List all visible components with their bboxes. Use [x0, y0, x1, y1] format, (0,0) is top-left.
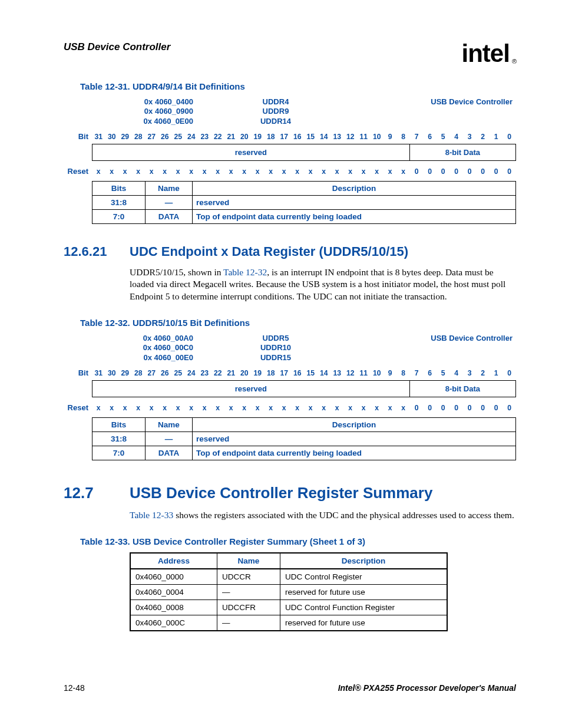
table-31-caption: Table 12-31. UDDR4/9/14 Bit Definitions — [80, 81, 516, 91]
bit-number: 21 — [224, 367, 238, 379]
bit-number: 31 — [92, 131, 105, 143]
reset-value: x — [384, 402, 397, 414]
bit-number: 11 — [357, 131, 371, 143]
bit-number: 2 — [477, 131, 490, 143]
bit-number: 0 — [503, 367, 517, 379]
bit-number: 5 — [437, 131, 450, 143]
reset-value: x — [198, 402, 211, 414]
bit-number: 19 — [251, 367, 265, 379]
bit-number: 18 — [265, 131, 278, 143]
reset-value: x — [304, 402, 318, 414]
reset-value: x — [318, 402, 331, 414]
bit-number: 8 — [397, 367, 411, 379]
bit-number: 3 — [463, 131, 477, 143]
bit-number: 14 — [318, 367, 331, 379]
bit-number: 6 — [424, 367, 437, 379]
reset-value: x — [224, 166, 238, 177]
reset-value: x — [211, 166, 225, 177]
reset-value: 0 — [437, 166, 450, 177]
reset-value: x — [92, 402, 105, 414]
bit-number: 13 — [330, 367, 344, 379]
reset-value: x — [265, 402, 278, 414]
bit-number: 22 — [211, 367, 225, 379]
reset-value: x — [132, 402, 146, 414]
reset-value: x — [238, 402, 252, 414]
bit-number: 9 — [384, 131, 397, 143]
bit-number: 28 — [132, 131, 146, 143]
bit-definition-block-32: 0x 4060_00A0 0x 4060_00C0 0x 4060_00E0 U… — [64, 334, 516, 460]
intel-logo: intel® — [462, 41, 516, 66]
bit-number: 12 — [344, 367, 358, 379]
reset-value: x — [384, 166, 397, 177]
bit-number: 15 — [304, 131, 318, 143]
reset-value: x — [330, 166, 344, 177]
reset-value: x — [158, 402, 172, 414]
section-12-7-heading: 12.7 USB Device Controller Register Summ… — [64, 484, 516, 502]
section-21-paragraph: UDDR5/10/15, shown in Table 12-32, is an… — [130, 266, 516, 302]
bit-number: 13 — [330, 131, 344, 143]
reset-value: x — [291, 166, 305, 177]
bit-definition-block-31: 0x 4060_0400 0x 4060_0900 0x 4060_0E00 U… — [64, 97, 516, 224]
bit-field: reserved — [92, 381, 410, 397]
reset-value: x — [357, 166, 371, 177]
table-row: 0x4060_0004—reserved for future use — [130, 585, 447, 600]
bit-number: 11 — [357, 367, 371, 379]
reset-value: 0 — [424, 402, 437, 414]
reset-value: 0 — [437, 402, 450, 414]
bit-number: 5 — [437, 367, 450, 379]
bit-number: 29 — [118, 367, 132, 379]
bit-number: 22 — [211, 131, 225, 143]
reset-value: x — [344, 402, 358, 414]
reset-value: x — [277, 166, 291, 177]
table-row: 0x4060_0008UDCCFRUDC Control Function Re… — [130, 600, 447, 615]
reset-value: 0 — [410, 166, 424, 177]
reset-value: x — [224, 402, 238, 414]
reset-value: x — [211, 402, 225, 414]
bit-number: 18 — [265, 367, 278, 379]
reset-value: x — [397, 402, 411, 414]
bit-number: 30 — [105, 367, 119, 379]
section-7-paragraph: Table 12-33 shows the registers associat… — [130, 509, 516, 521]
reset-value: 0 — [463, 402, 477, 414]
register-summary-table: Address Name Description 0x4060_0000UDCC… — [130, 552, 448, 631]
reset-value: x — [357, 402, 371, 414]
reset-value: 0 — [490, 402, 503, 414]
reset-value: x — [265, 166, 278, 177]
bit-number: 4 — [450, 367, 464, 379]
bit-number: 24 — [185, 367, 199, 379]
bit-field: 8-bit Data — [410, 144, 515, 160]
bit-number: 28 — [132, 367, 146, 379]
bit-number: 6 — [424, 131, 437, 143]
reset-value: x — [238, 166, 252, 177]
table-row: 0x4060_000C—reserved for future use — [130, 615, 447, 631]
link-table-12-33[interactable]: Table 12-33 — [130, 510, 173, 520]
bit-number: 0 — [503, 131, 517, 143]
bit-number: 23 — [198, 367, 211, 379]
reset-value: x — [251, 166, 265, 177]
bit-number: 25 — [171, 367, 185, 379]
bit-number: 16 — [291, 367, 305, 379]
bit-number: 29 — [118, 131, 132, 143]
reset-value: x — [291, 402, 305, 414]
bit-number: 20 — [238, 367, 252, 379]
reset-value: 0 — [477, 402, 490, 414]
link-table-12-32[interactable]: Table 12-32 — [223, 267, 267, 277]
bit-number: 17 — [277, 367, 291, 379]
bit-number: 3 — [463, 367, 477, 379]
bit-number: 10 — [371, 367, 384, 379]
reset-value: x — [118, 402, 132, 414]
bit-number: 9 — [384, 367, 397, 379]
reset-value: 0 — [450, 166, 464, 177]
reset-value: x — [145, 402, 158, 414]
reset-value: x — [277, 402, 291, 414]
bit-number: 1 — [490, 131, 503, 143]
reset-value: 0 — [450, 402, 464, 414]
bit-number: 19 — [251, 131, 265, 143]
bit-number: 27 — [145, 131, 158, 143]
bit-number: 2 — [477, 367, 490, 379]
bit-numbers-row: 3130292827262524232221201918171615141312… — [92, 131, 516, 143]
bit-number: 12 — [344, 131, 358, 143]
bit-number: 31 — [92, 367, 105, 379]
chapter-title: USB Device Controller — [64, 41, 170, 53]
table-32-caption: Table 12-32. UDDR5/10/15 Bit Definitions — [80, 318, 516, 328]
